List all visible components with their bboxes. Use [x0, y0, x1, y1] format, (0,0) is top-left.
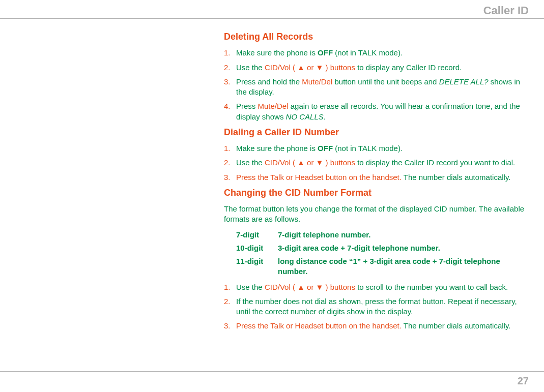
- text: to display any Caller ID record.: [355, 63, 462, 72]
- heading-deleting-all-records: Deleting All Records: [224, 31, 529, 43]
- list-text: Make sure the phone is OFF (not in TALK …: [236, 48, 529, 58]
- button-reference: CID/Vol ( ▲ or ▼ ) buttons: [265, 63, 355, 72]
- button-reference: CID/Vol ( ▲ or ▼ ) buttons: [265, 158, 355, 167]
- list-text: Use the CID/Vol ( ▲ or ▼ ) buttons to sc…: [236, 282, 529, 292]
- heading-changing-cid-format: Changing the CID Number Format: [224, 187, 529, 199]
- text: .: [324, 112, 326, 121]
- text: button until the unit beeps and: [332, 77, 439, 86]
- format-row: 7-digit 7-digit telephone number.: [236, 230, 529, 240]
- format-row: 11-digit long distance code “1” + 3-digi…: [236, 256, 529, 277]
- text: Use the: [236, 158, 265, 167]
- list-text: Press Mute/Del again to erase all record…: [236, 101, 529, 122]
- list-number: 3.: [224, 77, 236, 98]
- action-text: Press the Talk or Headset button on the …: [236, 321, 402, 330]
- format-label: 11-digit: [236, 256, 278, 277]
- text: to display the Caller ID record you want…: [355, 158, 515, 167]
- format-label: 7-digit: [236, 230, 278, 240]
- list-number: 1.: [224, 143, 236, 154]
- display-text: NO CALLS: [286, 112, 324, 121]
- format-row: 10-digit 3-digit area code + 7-digit tel…: [236, 243, 529, 253]
- list-number: 2.: [224, 296, 236, 317]
- list-text: If the number does not dial as shown, pr…: [236, 296, 529, 317]
- button-reference: Mute/Del: [258, 102, 289, 110]
- button-reference: CID/Vol ( ▲ or ▼ ) buttons: [265, 283, 355, 291]
- list-text: Press the Talk or Headset button on the …: [236, 172, 529, 183]
- text: If the number does not dial as shown, pr…: [236, 297, 517, 316]
- page-number: 27: [518, 375, 529, 387]
- list-text: Use the CID/Vol ( ▲ or ▼ ) buttons to di…: [236, 63, 529, 73]
- list-item: 2. If the number does not dial as shown,…: [224, 296, 529, 317]
- text: Press: [236, 102, 258, 110]
- list-dialing-caller-id: 1. Make sure the phone is OFF (not in TA…: [224, 143, 529, 183]
- list-item: 3. Press and hold the Mute/Del button un…: [224, 77, 529, 98]
- bottom-divider: [0, 371, 544, 372]
- list-item: 2. Use the CID/Vol ( ▲ or ▼ ) buttons to…: [224, 63, 529, 73]
- page-content: Deleting All Records 1. Make sure the ph…: [224, 29, 529, 336]
- bold-text: OFF: [318, 48, 333, 57]
- list-number: 1.: [224, 48, 236, 58]
- top-divider: [0, 18, 544, 19]
- intro-text: The format button lets you change the fo…: [224, 204, 529, 225]
- text: Press and hold the: [236, 77, 302, 86]
- button-reference: Mute/Del: [302, 77, 332, 86]
- format-description: 3-digit area code + 7-digit telephone nu…: [278, 243, 529, 253]
- text: The number dials automatically.: [402, 321, 511, 330]
- text: (not in TALK mode).: [333, 48, 403, 57]
- list-number: 3.: [224, 172, 236, 183]
- bold-text: OFF: [318, 144, 333, 153]
- list-item: 2. Use the CID/Vol ( ▲ or ▼ ) buttons to…: [224, 158, 529, 168]
- text: (not in TALK mode).: [333, 144, 403, 153]
- text: The number dials automatically.: [402, 173, 511, 182]
- list-item: 1. Make sure the phone is OFF (not in TA…: [224, 143, 529, 154]
- list-item: 3. Press the Talk or Headset button on t…: [224, 172, 529, 183]
- formats-table: 7-digit 7-digit telephone number. 10-dig…: [236, 230, 529, 277]
- format-label: 10-digit: [236, 243, 278, 253]
- list-changing-cid-format: 1. Use the CID/Vol ( ▲ or ▼ ) buttons to…: [224, 282, 529, 331]
- list-text: Press and hold the Mute/Del button until…: [236, 77, 529, 98]
- text: Make sure the phone is: [236, 144, 318, 153]
- list-text: Press the Talk or Headset button on the …: [236, 321, 529, 331]
- list-deleting-all-records: 1. Make sure the phone is OFF (not in TA…: [224, 48, 529, 122]
- display-text: DELETE ALL?: [439, 77, 489, 86]
- list-item: 4. Press Mute/Del again to erase all rec…: [224, 101, 529, 122]
- list-number: 1.: [224, 282, 236, 292]
- list-item: 3. Press the Talk or Headset button on t…: [224, 321, 529, 331]
- list-number: 2.: [224, 158, 236, 168]
- list-number: 3.: [224, 321, 236, 331]
- text: Use the: [236, 283, 265, 291]
- list-text: Make sure the phone is OFF (not in TALK …: [236, 143, 529, 154]
- heading-dialing-caller-id: Dialing a Caller ID Number: [224, 126, 529, 138]
- list-number: 2.: [224, 63, 236, 73]
- text: Use the: [236, 63, 265, 72]
- list-number: 4.: [224, 101, 236, 122]
- action-text: Press the Talk or Headset button on the …: [236, 173, 402, 182]
- list-item: 1. Make sure the phone is OFF (not in TA…: [224, 48, 529, 58]
- list-text: Use the CID/Vol ( ▲ or ▼ ) buttons to di…: [236, 158, 529, 168]
- text: Make sure the phone is: [236, 48, 318, 57]
- text: to scroll to the number you want to call…: [355, 283, 508, 291]
- page-header-title: Caller ID: [483, 4, 529, 17]
- format-description: 7-digit telephone number.: [278, 230, 529, 240]
- list-item: 1. Use the CID/Vol ( ▲ or ▼ ) buttons to…: [224, 282, 529, 292]
- format-description: long distance code “1” + 3-digit area co…: [278, 256, 529, 277]
